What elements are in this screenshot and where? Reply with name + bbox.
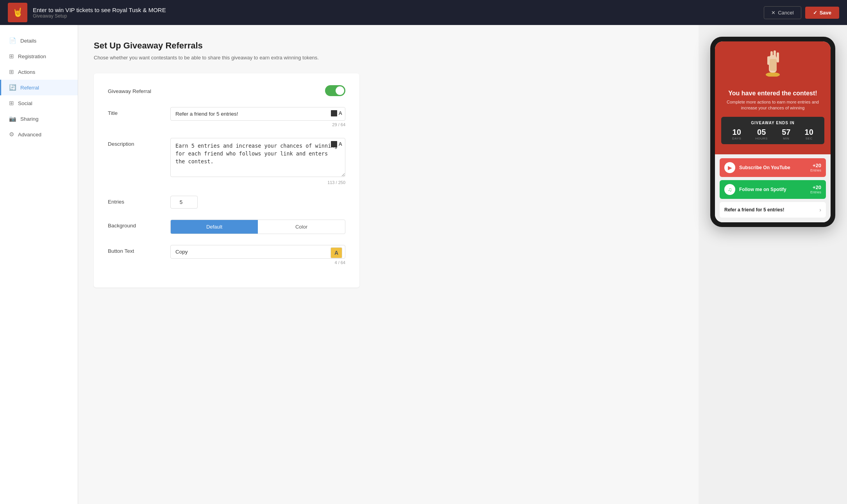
countdown-hours: 05 HOURS	[756, 128, 768, 140]
button-text-row: Button Text A 4 / 64	[108, 245, 345, 265]
sidebar-label-actions: Actions	[18, 69, 35, 75]
title-input[interactable]	[170, 107, 345, 121]
youtube-entries: +20 Entries	[810, 163, 821, 172]
sidebar-item-advanced[interactable]: ⚙ Advanced	[0, 127, 78, 142]
contest-body: You have entered the contest! Complete m…	[715, 90, 831, 154]
registration-icon: ⊞	[9, 53, 14, 60]
button-text-wrapper: A	[170, 245, 345, 259]
countdown-numbers: 10 DAYS 05 HOURS 57 MIN	[725, 128, 820, 140]
title-control: A 29 / 64	[170, 107, 345, 127]
contest-sub-text: Complete more actions to earn more entri…	[721, 99, 824, 111]
button-text-color-swatch[interactable]: A	[331, 247, 342, 258]
header-title-group: Enter to win VIP tickets to see Royal Tu…	[33, 7, 166, 19]
cancel-x-icon: ✕	[771, 10, 776, 16]
countdown-min-num: 57	[782, 128, 790, 136]
phone-mockup: You have entered the contest! Complete m…	[710, 37, 835, 227]
countdown-box: GIVEAWAY ENDS IN 10 DAYS 05 HOURS	[721, 117, 824, 144]
phone-screen: You have entered the contest! Complete m…	[715, 41, 831, 222]
preview-panel: You have entered the contest! Complete m…	[699, 25, 847, 504]
title-font-icon: A	[339, 110, 342, 116]
swatch-a-icon: A	[334, 250, 338, 256]
page-title: Set Up Giveaway Referrals	[94, 41, 683, 51]
sidebar-item-actions[interactable]: ⊞ Actions	[0, 64, 78, 80]
contest-header	[715, 41, 831, 90]
description-control: Earn 5 entries and increase your chances…	[170, 138, 345, 185]
spotify-icon: ♫	[724, 184, 735, 195]
svg-rect-4	[777, 52, 779, 63]
sidebar-item-social[interactable]: ⊞ Social	[0, 95, 78, 111]
sidebar-label-details: Details	[20, 38, 36, 44]
countdown-days-num: 10	[732, 128, 741, 136]
title-input-wrapper: A	[170, 107, 345, 121]
desc-color-icon	[331, 141, 337, 147]
countdown-min-label: MIN	[782, 137, 790, 140]
sidebar-label-social: Social	[18, 100, 32, 106]
header-left: 🤘 Enter to win VIP tickets to see Royal …	[8, 3, 166, 22]
referral-card-arrow: ›	[819, 207, 821, 213]
sidebar-item-details[interactable]: 📄 Details	[0, 33, 78, 48]
description-char-count: 113 / 250	[170, 180, 345, 185]
header-subtitle: Giveaway Setup	[33, 13, 166, 19]
entries-control	[170, 196, 345, 209]
youtube-icon: ▶	[724, 162, 735, 173]
button-text-char-count: 4 / 64	[170, 260, 345, 265]
referral-toggle-wrapper	[170, 85, 345, 96]
referral-toggle-row: Giveaway Referral	[108, 85, 345, 96]
form-section: Giveaway Referral Title A 29 / 6	[94, 73, 359, 288]
title-label: Title	[108, 107, 163, 116]
header-title: Enter to win VIP tickets to see Royal Tu…	[33, 7, 166, 13]
countdown-days-label: DAYS	[732, 137, 741, 140]
background-default-btn[interactable]: Default	[171, 220, 258, 234]
svg-point-0	[766, 72, 780, 77]
countdown-hours-num: 05	[756, 128, 768, 136]
youtube-entries-num: +20	[810, 163, 821, 168]
action-cards-container: ▶ Subscribe On YouTube +20 Entries ♫ Fol…	[715, 154, 831, 222]
title-char-count: 29 / 64	[170, 122, 345, 127]
hand-illustration	[761, 49, 784, 77]
sidebar-label-advanced: Advanced	[18, 132, 41, 138]
logo-emoji: 🤘	[13, 7, 23, 18]
content-area: Set Up Giveaway Referrals Chose whether …	[78, 25, 699, 504]
countdown-sec-num: 10	[805, 128, 813, 136]
spotify-action-card[interactable]: ♫ Follow me on Spotify +20 Entries	[720, 180, 826, 199]
entries-label: Entries	[108, 196, 163, 205]
description-row: Description Earn 5 entries and increase …	[108, 138, 345, 185]
cancel-button[interactable]: ✕ Cancel	[764, 6, 801, 19]
page-description: Chose whether you want contestants to be…	[94, 54, 683, 62]
spotify-title: Follow me on Spotify	[739, 187, 786, 192]
background-color-btn[interactable]: Color	[258, 220, 345, 234]
entries-input[interactable]	[170, 196, 198, 209]
background-toggle: Default Color	[170, 220, 345, 234]
entries-row: Entries	[108, 196, 345, 209]
referral-card-title: Refer a friend for 5 entries!	[724, 207, 784, 213]
save-label: Save	[820, 10, 831, 16]
svg-rect-5	[767, 56, 770, 65]
textarea-icons: A	[331, 141, 342, 147]
referral-icon: 🔄	[9, 84, 16, 91]
description-textarea[interactable]: Earn 5 entries and increase your chances…	[170, 138, 345, 177]
top-header: 🤘 Enter to win VIP tickets to see Royal …	[0, 0, 847, 25]
save-button[interactable]: ✓ Save	[805, 7, 839, 19]
youtube-card-left: ▶ Subscribe On YouTube	[724, 162, 790, 173]
youtube-action-card[interactable]: ▶ Subscribe On YouTube +20 Entries	[720, 158, 826, 177]
referral-toggle-label: Giveaway Referral	[108, 85, 163, 94]
title-row: Title A 29 / 64	[108, 107, 345, 127]
sidebar-item-referral[interactable]: 🔄 Referral	[0, 80, 78, 95]
header-actions: ✕ Cancel ✓ Save	[764, 6, 839, 19]
button-text-label: Button Text	[108, 245, 163, 254]
referral-toggle[interactable]	[325, 85, 345, 96]
save-check-icon: ✓	[813, 10, 817, 16]
spotify-card-left: ♫ Follow me on Spotify	[724, 184, 786, 195]
sidebar-label-registration: Registration	[18, 54, 46, 59]
title-input-icons: A	[331, 110, 342, 116]
contest-entered-text: You have entered the contest!	[721, 90, 824, 97]
countdown-days: 10 DAYS	[732, 128, 741, 140]
referral-preview-card[interactable]: Refer a friend for 5 entries! ›	[720, 202, 826, 218]
sidebar-item-registration[interactable]: ⊞ Registration	[0, 48, 78, 64]
sidebar-item-sharing[interactable]: 📷 Sharing	[0, 111, 78, 127]
cancel-label: Cancel	[778, 10, 793, 16]
background-label: Background	[108, 220, 163, 229]
button-text-input[interactable]	[170, 245, 345, 259]
spotify-entries: +20 Entries	[810, 184, 821, 194]
header-logo: 🤘	[8, 3, 27, 22]
